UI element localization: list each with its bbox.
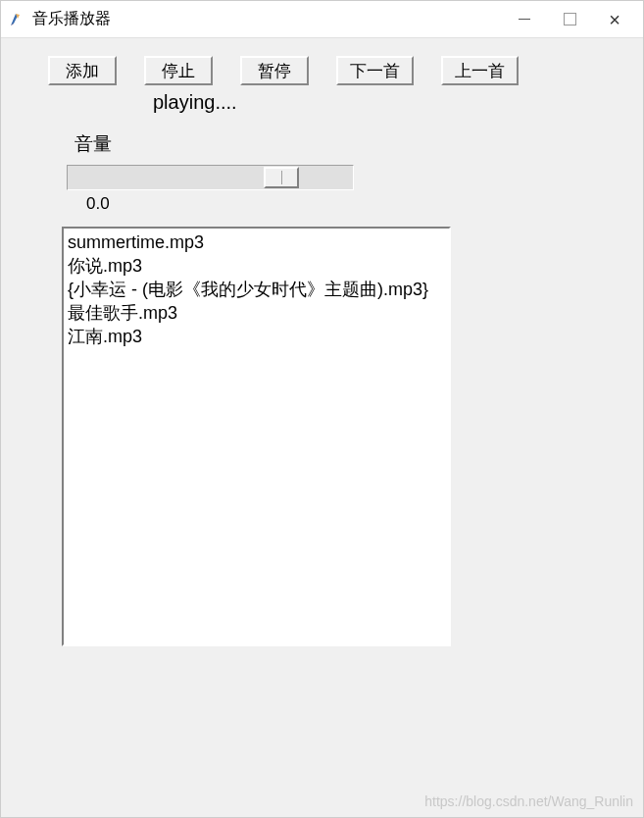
stop-button[interactable]: 停止 <box>144 56 213 85</box>
status-label: playing.... <box>1 85 643 114</box>
volume-label: 音量 <box>74 131 643 157</box>
content-area: 添加 停止 暂停 下一首 上一首 playing.... 音量 0.0 summ… <box>1 38 643 817</box>
playlist-listbox[interactable]: summertime.mp3 你说.mp3 {小幸运 - (电影《我的少女时代》… <box>62 227 451 646</box>
app-window: 音乐播放器 × 添加 停止 暂停 下一首 上一首 playing.... 音量 … <box>0 0 644 818</box>
list-item[interactable]: 最佳歌手.mp3 <box>68 301 445 325</box>
close-button[interactable]: × <box>592 4 637 35</box>
volume-section: 音量 0.0 <box>1 114 643 214</box>
add-button[interactable]: 添加 <box>48 56 117 85</box>
list-item[interactable]: 江南.mp3 <box>68 325 445 348</box>
prev-button[interactable]: 上一首 <box>441 56 519 85</box>
minimize-button[interactable] <box>502 4 547 35</box>
window-controls: × <box>502 4 637 35</box>
volume-slider[interactable] <box>67 165 354 190</box>
watermark: https://blog.csdn.net/Wang_Runlin <box>424 793 633 809</box>
next-button[interactable]: 下一首 <box>336 56 414 85</box>
volume-value: 0.0 <box>74 190 643 214</box>
pause-button[interactable]: 暂停 <box>240 56 309 85</box>
maximize-button[interactable] <box>547 4 592 35</box>
tk-feather-icon <box>7 11 25 28</box>
list-item[interactable]: {小幸运 - (电影《我的少女时代》主题曲).mp3} <box>68 278 445 301</box>
window-title: 音乐播放器 <box>32 9 502 29</box>
list-item[interactable]: summertime.mp3 <box>68 230 445 254</box>
volume-slider-thumb[interactable] <box>264 167 299 188</box>
titlebar: 音乐播放器 × <box>1 1 643 38</box>
toolbar: 添加 停止 暂停 下一首 上一首 <box>1 56 643 85</box>
list-item[interactable]: 你说.mp3 <box>68 254 445 278</box>
